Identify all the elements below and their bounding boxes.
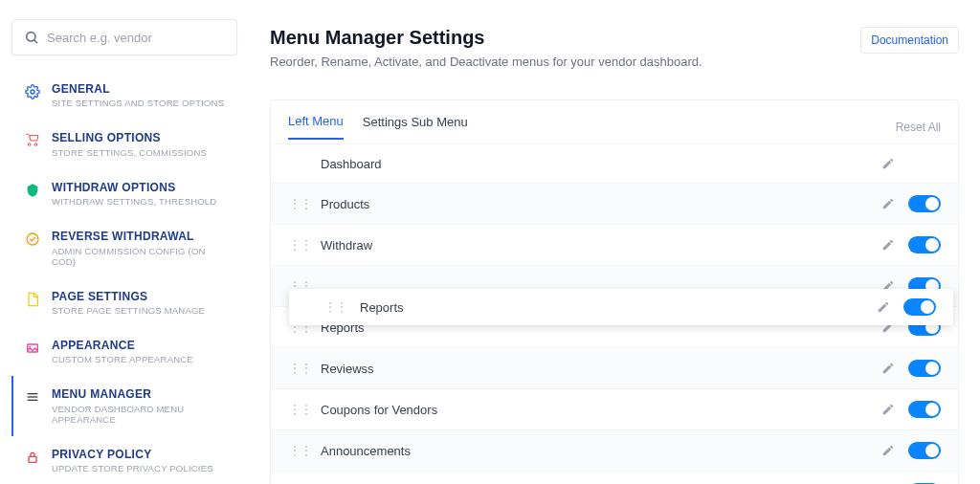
- privacy-icon: [23, 448, 42, 467]
- sidebar-item-subtitle: STORE SETTINGS, COMMISSIONS: [52, 147, 207, 158]
- sidebar-item-title: MENU MANAGER: [52, 387, 228, 401]
- sidebar-item-title: SELLING OPTIONS: [52, 131, 207, 144]
- menu-row: ⋮⋮Request Quotes: [271, 471, 958, 484]
- drag-handle-icon[interactable]: ⋮⋮: [288, 237, 301, 253]
- pencil-icon[interactable]: [881, 444, 895, 457]
- gear-icon: [23, 82, 42, 101]
- pencil-icon[interactable]: [881, 238, 895, 252]
- sidebar: GENERALSITE SETTINGS AND STORE OPTIONSSE…: [0, 0, 249, 484]
- sidebar-item-subtitle: UPDATE STORE PRIVACY POLICIES: [52, 463, 213, 473]
- dragging-row[interactable]: ⋮⋮ Reports: [289, 289, 953, 325]
- tab-row: Left Menu Settings Sub Menu Reset All: [271, 100, 958, 140]
- svg-point-2: [31, 90, 34, 94]
- page-title: Menu Manager Settings: [270, 27, 702, 49]
- sidebar-item-subtitle: ADMIN COMMISSION CONFIG (ON COD): [52, 246, 228, 267]
- menu-item-label: Dashboard: [321, 157, 881, 171]
- menu-row: ⋮⋮Reviewss: [271, 347, 958, 388]
- toggle-switch[interactable]: [903, 298, 936, 316]
- sidebar-item-shield[interactable]: WITHDRAW OPTIONSWITHDRAW SETTINGS, THRES…: [11, 169, 237, 218]
- sidebar-item-title: PRIVACY POLICY: [52, 448, 213, 461]
- main-content: Menu Manager Settings Reorder, Rename, A…: [249, 0, 980, 484]
- toggle-switch[interactable]: [908, 401, 941, 418]
- sidebar-item-title: GENERAL: [52, 82, 224, 96]
- drag-handle-icon[interactable]: ⋮⋮: [288, 402, 301, 417]
- pencil-icon[interactable]: [881, 362, 895, 375]
- drag-handle-icon[interactable]: ⋮⋮: [288, 443, 301, 458]
- pencil-icon[interactable]: [881, 403, 895, 416]
- menu-row: ⋮⋮Announcements: [271, 429, 958, 471]
- sidebar-item-title: PAGE SETTINGS: [52, 290, 205, 303]
- menu-row: ⋮⋮Withdraw: [271, 224, 958, 265]
- search-input[interactable]: [47, 31, 225, 45]
- sidebar-item-page[interactable]: PAGE SETTINGSSTORE PAGE SETTINGS MANAGE: [11, 278, 237, 327]
- menu-row: ⋮⋮Coupons for Vendors: [271, 388, 958, 429]
- menu-item-label: Coupons for Vendors: [321, 403, 881, 417]
- drag-handle-icon[interactable]: ⋮⋮: [288, 361, 301, 376]
- menu-item-label: Reports: [360, 300, 877, 315]
- toggle-switch[interactable]: [908, 236, 941, 253]
- shield-icon: [23, 181, 42, 200]
- sidebar-item-subtitle: VENDOR DASHBOARD MENU APPEARANCE: [52, 404, 228, 425]
- refund-icon: [23, 230, 42, 249]
- menu-item-label: Announcements: [321, 444, 881, 458]
- toggle-switch[interactable]: [908, 195, 941, 212]
- menu-row: ⋮⋮Dashboard: [271, 143, 958, 183]
- sidebar-item-appearance[interactable]: APPEARANCECUSTOM STORE APPEARANCE: [11, 327, 237, 376]
- sidebar-item-cart[interactable]: SELLING OPTIONSSTORE SETTINGS, COMMISSIO…: [11, 120, 237, 168]
- documentation-link[interactable]: Documentation: [860, 27, 959, 54]
- sidebar-item-title: WITHDRAW OPTIONS: [52, 181, 216, 194]
- sidebar-item-subtitle: WITHDRAW SETTINGS, THRESHOLD: [52, 196, 216, 207]
- svg-rect-9: [29, 456, 36, 462]
- tab-left-menu[interactable]: Left Menu: [288, 114, 344, 140]
- menu-item-label: Products: [321, 197, 881, 211]
- pencil-icon[interactable]: [881, 157, 895, 170]
- menu-item-label: Withdraw: [321, 238, 881, 253]
- sidebar-item-subtitle: SITE SETTINGS AND STORE OPTIONS: [52, 98, 224, 108]
- tab-settings-sub-menu[interactable]: Settings Sub Menu: [363, 115, 468, 139]
- drag-handle-icon[interactable]: ⋮⋮: [323, 299, 337, 315]
- sidebar-item-title: APPEARANCE: [52, 339, 193, 352]
- sidebar-item-gear[interactable]: GENERALSITE SETTINGS AND STORE OPTIONS: [11, 71, 237, 120]
- svg-point-0: [27, 33, 35, 41]
- sidebar-item-subtitle: STORE PAGE SETTINGS MANAGE: [52, 305, 205, 316]
- sidebar-item-title: REVERSE WITHDRAWAL: [52, 230, 228, 243]
- menu-item-label: Reviewss: [321, 362, 881, 376]
- drag-handle-icon[interactable]: ⋮⋮: [288, 196, 301, 211]
- menu-icon: [23, 387, 42, 407]
- sidebar-item-privacy[interactable]: PRIVACY POLICYUPDATE STORE PRIVACY POLIC…: [11, 436, 237, 484]
- toggle-switch[interactable]: [908, 360, 941, 377]
- pencil-icon[interactable]: [881, 197, 895, 210]
- search-icon: [24, 30, 39, 45]
- page-icon: [23, 290, 42, 309]
- pencil-icon[interactable]: [877, 300, 890, 314]
- svg-point-3: [27, 233, 38, 245]
- sidebar-item-subtitle: CUSTOM STORE APPEARANCE: [52, 354, 193, 364]
- appearance-icon: [23, 339, 42, 358]
- sidebar-item-refund[interactable]: REVERSE WITHDRAWALADMIN COMMISSION CONFI…: [11, 218, 237, 277]
- page-subtitle: Reorder, Rename, Activate, and Deactivat…: [270, 55, 702, 69]
- sidebar-item-menu[interactable]: MENU MANAGERVENDOR DASHBOARD MENU APPEAR…: [11, 376, 237, 435]
- reset-all-button[interactable]: Reset All: [896, 121, 941, 134]
- toggle-switch[interactable]: [908, 442, 941, 459]
- search-box[interactable]: [11, 19, 237, 55]
- svg-line-1: [34, 40, 37, 43]
- cart-icon: [23, 131, 42, 150]
- sidebar-nav: GENERALSITE SETTINGS AND STORE OPTIONSSE…: [11, 71, 237, 484]
- menu-row: ⋮⋮Products: [271, 183, 958, 224]
